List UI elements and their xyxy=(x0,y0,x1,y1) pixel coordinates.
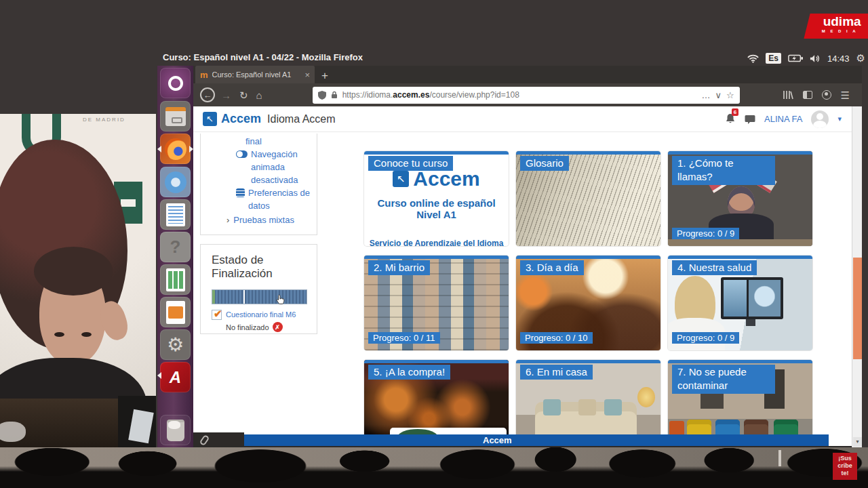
ubuntu-launcher: ? ⚙ A xyxy=(157,66,193,448)
scrollbar-down-arrow[interactable]: ▾ xyxy=(853,437,862,447)
sidebar-item-pruebas-mixtas[interactable]: › Pruebas mixtas xyxy=(206,214,311,226)
card-label[interactable]: 3. Día a día xyxy=(520,260,584,275)
launcher-item-trash[interactable] xyxy=(160,415,191,445)
keyboard-layout-indicator[interactable]: Es xyxy=(766,53,781,64)
sidebar-item-animation-label: Navegación animada desactivada xyxy=(251,148,311,186)
firefox-running-indicator xyxy=(157,146,161,152)
completion-status-block: Estado de Finalización Cuestionario fina… xyxy=(200,244,317,334)
card-label[interactable]: Glosario xyxy=(520,156,569,171)
chromium-icon xyxy=(165,171,186,193)
firefox-icon xyxy=(165,138,186,160)
monitor-stand xyxy=(746,319,755,326)
page-content: ↖ Accem Idioma Accem 6 ALINA FA ▾ final xyxy=(193,106,862,448)
moodle-navbar: ↖ Accem Idioma Accem 6 ALINA FA ▾ xyxy=(193,106,862,132)
subscribe-line2: cribe xyxy=(837,462,852,469)
pocket-icon[interactable]: ∨ xyxy=(715,90,722,100)
launcher-item-libreoffice-calc[interactable] xyxy=(160,264,191,295)
sidebar-navigation-block: final Navegación animada desactivada Pre… xyxy=(200,134,317,235)
sidebar-item-data-preferences[interactable]: Preferencias de datos xyxy=(206,186,311,212)
notifications-bell[interactable]: 6 xyxy=(725,113,736,125)
sidebar-toggle-icon[interactable] xyxy=(803,91,812,99)
impress-icon-box xyxy=(168,306,183,319)
site-title: Idioma Accem xyxy=(267,113,335,125)
accem-brand[interactable]: Accem xyxy=(221,112,261,126)
card-label[interactable]: 6. En mi casa xyxy=(520,365,593,380)
clock[interactable]: 14:43 xyxy=(827,54,850,64)
menu-icon[interactable]: ☰ xyxy=(841,90,850,100)
account-icon[interactable] xyxy=(822,90,831,100)
subscribe-line1: ¡Sus xyxy=(838,455,852,462)
bookmark-star-icon[interactable]: ☆ xyxy=(726,90,734,100)
audience-silhouette-strip xyxy=(0,447,868,488)
sidebar-item-animation[interactable]: Navegación animada desactivada xyxy=(206,148,311,186)
card-dia-a-dia[interactable]: 3. Día a día Progreso: 0 / 10 xyxy=(516,256,660,350)
sidebar-item-preferences-label: Preferencias de datos xyxy=(248,186,311,212)
battery-icon[interactable] xyxy=(788,54,803,62)
card-glosario[interactable]: Glosario xyxy=(516,151,660,246)
card-conoce-tu-curso[interactable]: ↖ Accem Curso online de español Nivel A1… xyxy=(364,151,509,246)
completion-status-text: No finalizado xyxy=(226,323,269,331)
card-como-te-llamas[interactable]: 1. ¿Cómo te llamas? Progreso: 0 / 9 xyxy=(668,151,812,246)
completion-status-row: No finalizado ✗ xyxy=(212,322,306,332)
user-avatar[interactable] xyxy=(811,110,829,128)
wifi-icon[interactable] xyxy=(747,54,759,63)
page-scrollbar[interactable]: ▾ xyxy=(852,106,862,448)
card-mi-barrio[interactable]: 2. Mi barrio Progreso: 0 / 11 xyxy=(364,256,509,350)
sidebar-item-final[interactable]: final xyxy=(206,135,311,148)
launcher-item-adobe-reader[interactable]: A xyxy=(160,362,191,392)
card-label[interactable]: 5. ¡A la compra! xyxy=(368,365,450,380)
card-label[interactable]: Conoce tu curso xyxy=(368,156,453,171)
quiz-link[interactable]: Cuestionario final M6 xyxy=(226,310,296,320)
backdrop-text: DE MADRID xyxy=(83,117,125,123)
scrollbar-thumb[interactable] xyxy=(853,258,862,359)
adobe-running-indicator xyxy=(157,372,161,379)
launcher-item-ubuntu[interactable] xyxy=(160,68,191,98)
session-gear-icon[interactable]: ⚙ xyxy=(856,52,865,64)
launcher-item-chromium[interactable] xyxy=(160,167,191,197)
launcher-item-help[interactable]: ? xyxy=(160,232,191,262)
new-tab-button[interactable]: + xyxy=(321,68,328,83)
card-label[interactable]: 2. Mi barrio xyxy=(368,260,430,275)
launcher-item-system-settings[interactable]: ⚙ xyxy=(160,329,191,360)
url-bar[interactable]: https://idioma.accem.es/course/view.php?… xyxy=(313,87,740,104)
webcam-overlay: DE MADRID xyxy=(0,114,156,447)
card-label[interactable]: 1. ¿Cómo te llamas? xyxy=(672,156,775,185)
quiz-checkbox-icon[interactable] xyxy=(212,310,222,320)
forward-button[interactable]: → xyxy=(221,90,231,100)
udima-media-logo: udima M E D I A xyxy=(804,14,868,39)
launcher-item-files[interactable] xyxy=(160,101,191,131)
card-label[interactable]: 4. Nuestra salud xyxy=(672,260,757,275)
launcher-item-firefox[interactable] xyxy=(160,134,191,164)
back-button[interactable]: ← xyxy=(200,87,215,102)
completion-progress-bar[interactable] xyxy=(212,289,307,304)
reload-button[interactable]: ↻ xyxy=(239,90,248,100)
volume-icon[interactable] xyxy=(810,54,821,63)
launcher-item-libreoffice-impress[interactable] xyxy=(160,297,191,327)
progress-bar-divider xyxy=(243,290,245,304)
trash-icon xyxy=(167,420,184,441)
tracking-shield-icon[interactable] xyxy=(318,91,326,100)
card-label[interactable]: 7. No se puede contaminar xyxy=(672,365,775,394)
toolbar-right-icons: ☰ xyxy=(783,90,855,100)
tab-close-icon[interactable]: × xyxy=(304,70,310,80)
library-icon[interactable] xyxy=(783,90,793,100)
mouse-cursor-hand-icon xyxy=(275,293,287,306)
url-text[interactable]: https://idioma.accem.es/course/view.php?… xyxy=(342,90,697,100)
writer-icon xyxy=(166,203,185,226)
card-nuestra-salud[interactable]: 4. Nuestra salud Progreso: 0 / 9 xyxy=(668,256,812,350)
udima-logo-line1: udima xyxy=(808,14,868,29)
accem-logo-icon[interactable]: ↖ xyxy=(203,112,217,126)
accem-card-logo: ↖ Accem xyxy=(364,169,509,189)
home-button[interactable]: ⌂ xyxy=(256,90,262,100)
messages-icon[interactable] xyxy=(745,115,755,124)
paperclip-icon[interactable] xyxy=(199,434,210,446)
browser-tab-active[interactable]: m Curso: Español nivel A1 × xyxy=(195,66,315,83)
page-actions-icon[interactable]: … xyxy=(701,90,710,100)
user-name[interactable]: ALINA FA xyxy=(764,114,802,124)
launcher-item-libreoffice-writer[interactable] xyxy=(160,199,191,230)
window-title: Curso: Español nivel A1 - 04/22 - Mozill… xyxy=(163,52,363,62)
subscribe-button[interactable]: ¡Sus cribe te! xyxy=(833,453,857,480)
udima-logo-line2: M E D I A xyxy=(806,29,868,33)
user-menu-caret-icon[interactable]: ▾ xyxy=(837,115,842,123)
moodle-footer-bar: Accem xyxy=(244,434,829,446)
